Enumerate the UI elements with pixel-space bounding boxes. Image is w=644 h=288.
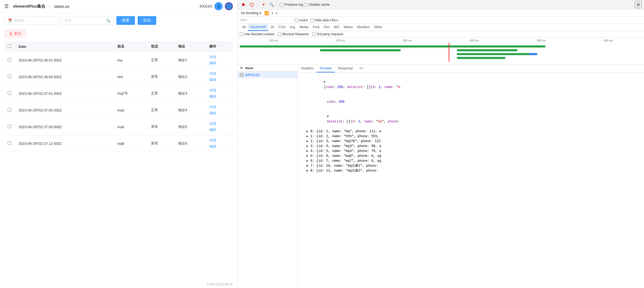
detail-tab-response[interactable]: Response bbox=[335, 65, 356, 72]
expand-root-arrow[interactable]: ▼ bbox=[323, 80, 325, 84]
edit-link[interactable]: 编辑 bbox=[209, 144, 230, 149]
disable-cache-checkbox[interactable] bbox=[304, 3, 308, 7]
detail-link[interactable]: 详情 bbox=[209, 55, 230, 60]
preserve-log-label[interactable]: Preserve log bbox=[280, 3, 303, 7]
delete-button[interactable]: 🗑 删除 bbox=[4, 29, 26, 38]
expand-datalist-arrow[interactable]: ▼ bbox=[327, 115, 329, 119]
tab-other[interactable]: Other bbox=[372, 24, 384, 31]
third-party-checkbox[interactable] bbox=[312, 33, 316, 36]
avatar-icon: 👤 bbox=[217, 4, 221, 8]
tab-doc[interactable]: Doc bbox=[321, 24, 332, 31]
disable-cache-text: Disable cache bbox=[309, 3, 329, 7]
search-icon[interactable]: 🔍 bbox=[106, 19, 111, 23]
tab-css[interactable]: CSS bbox=[276, 24, 288, 31]
record-button[interactable]: ⏺ bbox=[240, 1, 247, 8]
edit-link[interactable]: 编辑 bbox=[209, 94, 230, 99]
third-party-label[interactable]: 3rd-party requests bbox=[312, 32, 343, 36]
row-status: 异常 bbox=[148, 135, 175, 152]
settings-button[interactable]: ⚙ bbox=[635, 1, 642, 8]
close-detail-button[interactable]: ✕ bbox=[240, 66, 243, 70]
name-input[interactable] bbox=[65, 19, 105, 23]
row-name: mq2号 bbox=[114, 85, 148, 102]
clear-button[interactable]: 🚫 bbox=[248, 1, 255, 8]
devtools-toolbar: ⏺ 🚫 🔻 🔍 Preserve log Disable cache ⚙ bbox=[238, 0, 644, 10]
download-icon[interactable]: ⬇ bbox=[276, 11, 278, 16]
search-button[interactable]: 搜索 bbox=[116, 16, 135, 25]
row-name: mq4 bbox=[114, 119, 148, 135]
detail-tab-headers[interactable]: Headers bbox=[298, 65, 317, 72]
hide-data-urls-checkbox[interactable] bbox=[310, 19, 314, 22]
row-checkbox-1[interactable] bbox=[8, 75, 11, 78]
detail-tab-[interactable]: >> bbox=[356, 65, 367, 72]
delete-bar: 🗑 删除 bbox=[0, 28, 237, 41]
row-name: mq bbox=[114, 52, 148, 69]
search-button-devtools[interactable]: 🔍 bbox=[268, 1, 275, 8]
add-button[interactable]: 添加 bbox=[138, 16, 156, 25]
select-all-checkbox[interactable] bbox=[8, 44, 11, 48]
row-checkbox-5[interactable] bbox=[8, 141, 11, 145]
json-item-5: ▶ 5: {id: 6, name: "mq6", phone: 6, ag bbox=[300, 154, 642, 158]
json-code-val: 200 bbox=[337, 85, 343, 89]
hide-data-urls-label[interactable]: Hide data URLs bbox=[310, 18, 338, 22]
edit-link[interactable]: 编辑 bbox=[209, 77, 230, 82]
filter-button[interactable]: 🔻 bbox=[260, 1, 267, 8]
row-checkbox-4[interactable] bbox=[8, 125, 11, 128]
tab-wasm[interactable]: Wasm bbox=[341, 24, 355, 31]
tab-fetch/xhr[interactable]: Fetch/XHR bbox=[248, 24, 268, 31]
has-blocked-cookies-label[interactable]: Has blocked cookies bbox=[240, 32, 274, 36]
menu-icon[interactable]: ☰ bbox=[4, 3, 9, 9]
blocked-requests-label[interactable]: Blocked Requests bbox=[278, 32, 309, 36]
blocked-requests-checkbox[interactable] bbox=[278, 33, 281, 36]
edit-link[interactable]: 编辑 bbox=[209, 127, 230, 132]
detail-link[interactable]: 详情 bbox=[209, 121, 230, 126]
tab-manifest[interactable]: Manifest bbox=[355, 24, 372, 31]
preserve-log-checkbox[interactable] bbox=[280, 3, 283, 7]
globe-icon-circle[interactable]: 🌐 bbox=[225, 2, 233, 10]
header-separator: / bbox=[49, 4, 50, 8]
tab-all[interactable]: All bbox=[240, 24, 248, 31]
toolbar-separator-1 bbox=[257, 2, 258, 7]
json-item-2: ▶ 2: {id: 3, name: "mq2号", phone: 123 bbox=[300, 139, 642, 144]
filter-input[interactable] bbox=[240, 18, 289, 22]
row-status: 正常 bbox=[148, 52, 175, 69]
page-subtitle: tableList bbox=[54, 4, 69, 9]
disable-cache-label[interactable]: Disable cache bbox=[304, 3, 329, 7]
edit-link[interactable]: 编辑 bbox=[209, 111, 230, 116]
detail-tab-preview[interactable]: Preview bbox=[317, 65, 335, 72]
preserve-log-text: Preserve log bbox=[285, 3, 303, 7]
list-item[interactable]: adminList bbox=[238, 72, 297, 78]
invert-checkbox[interactable] bbox=[295, 19, 298, 22]
row-checkbox-3[interactable] bbox=[8, 108, 11, 111]
detail-link[interactable]: 详情 bbox=[209, 71, 230, 76]
upload-icon[interactable]: ⬆ bbox=[271, 11, 273, 16]
table-row: 2023-06-29T02:37:01.000Z mq2号 正常 地址3 详情 … bbox=[4, 85, 233, 102]
json-item-3: ▶ 3: {id: 4, name: "mq3", phone: 98, a bbox=[300, 144, 642, 149]
date-placeholder: 请选择 bbox=[14, 18, 25, 23]
json-root-line: ▼ {code: 200, dataList: [{id: 1, name: "… bbox=[300, 75, 642, 95]
tab-js[interactable]: JS bbox=[268, 24, 276, 31]
wifi-icon[interactable]: 📶 bbox=[264, 11, 269, 16]
tab-ws[interactable]: WS bbox=[332, 24, 341, 31]
row-address: 地址2 bbox=[175, 69, 206, 85]
row-checkbox-2[interactable] bbox=[8, 91, 11, 95]
throttle-selector[interactable]: No throttling ▾ bbox=[240, 11, 262, 16]
date-picker[interactable]: 📅 请选择 bbox=[4, 16, 59, 25]
row-status: 异常 bbox=[148, 119, 175, 135]
row-address: 地址4 bbox=[175, 102, 206, 119]
tab-img[interactable]: Img bbox=[288, 24, 297, 31]
header-username: XXXXX bbox=[199, 4, 212, 8]
detail-link[interactable]: 详情 bbox=[209, 88, 230, 93]
avatar[interactable]: 👤 bbox=[214, 2, 223, 10]
th-name: 姓名 bbox=[114, 41, 148, 52]
edit-link[interactable]: 编辑 bbox=[209, 61, 230, 66]
invert-text: Invert bbox=[299, 18, 308, 22]
invert-label[interactable]: Invert bbox=[295, 18, 308, 22]
throttle-label: No throttling bbox=[241, 11, 259, 15]
tab-media[interactable]: Media bbox=[297, 24, 311, 31]
timeline-mark: 400 ms bbox=[441, 39, 508, 42]
has-blocked-cookies-checkbox[interactable] bbox=[240, 33, 243, 36]
row-checkbox-0[interactable] bbox=[8, 58, 11, 61]
tab-font[interactable]: Font bbox=[311, 24, 321, 31]
detail-link[interactable]: 详情 bbox=[209, 105, 230, 110]
detail-link[interactable]: 详情 bbox=[209, 138, 230, 143]
